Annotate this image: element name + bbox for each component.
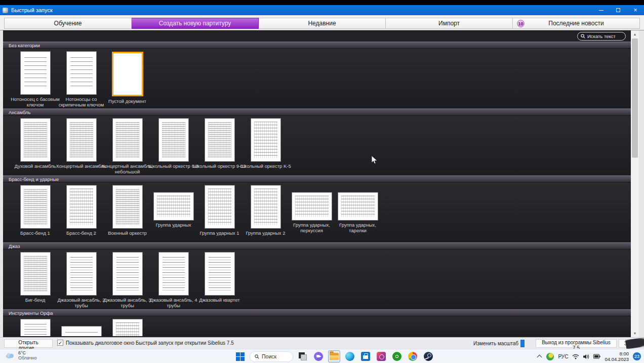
template-thumbnail[interactable]: [21, 252, 50, 295]
template-thumbnail[interactable]: [67, 186, 96, 228]
chrome-icon: [408, 352, 417, 361]
section-items: Брасс-бенд 1Брасс-бенд 2Военный оркестрГ…: [3, 183, 631, 242]
template-thumbnail[interactable]: [251, 186, 280, 228]
template-thumbnail[interactable]: [159, 252, 188, 295]
template-thumbnail[interactable]: [62, 326, 101, 336]
close-icon[interactable]: ×: [627, 5, 644, 15]
maximize-icon[interactable]: [610, 5, 627, 15]
template-label: Школьный оркестр K-5: [239, 163, 293, 169]
edge-browser-app[interactable]: [344, 350, 356, 362]
search-box[interactable]: Искать текст: [577, 32, 626, 41]
section-items: Духовой ансамбльКонцертный ансамбльКонце…: [3, 116, 631, 175]
tab-недавние[interactable]: Недавние: [259, 18, 386, 29]
titlebar: Быстрый запуск ×: [0, 5, 644, 15]
template-thumbnail[interactable]: [67, 252, 96, 295]
notification-badge[interactable]: 23: [633, 352, 641, 360]
window-title: Быстрый запуск: [11, 7, 53, 13]
news-count-badge: 10: [517, 20, 525, 27]
template-item: [58, 319, 104, 336]
scrollbar-up-icon[interactable]: ▲: [631, 30, 639, 38]
antivirus-tray-icon[interactable]: [546, 353, 554, 360]
template-thumbnail[interactable]: [251, 119, 280, 161]
template-thumbnail[interactable]: [21, 319, 50, 336]
battery-icon[interactable]: [593, 354, 600, 359]
template-thumbnail[interactable]: [21, 186, 50, 228]
search-icon: [255, 354, 259, 359]
weather-text: 6°C Облачно: [18, 350, 36, 361]
template-thumbnail[interactable]: [21, 52, 50, 94]
xbox-app[interactable]: [391, 350, 403, 362]
template-thumbnail-selected[interactable]: [112, 52, 143, 96]
template-thumbnail[interactable]: [154, 193, 193, 220]
tab-импорт[interactable]: Импорт: [386, 18, 513, 29]
template-thumbnail[interactable]: [159, 119, 188, 161]
scrollbar-down-icon[interactable]: ▼: [631, 330, 639, 337]
template-thumbnail[interactable]: [67, 119, 96, 161]
scrollbar-thumb[interactable]: [632, 39, 638, 158]
footer-bar: Открыть другие... ✓ Показывать диалогово…: [0, 337, 644, 349]
template-thumbnail[interactable]: [21, 119, 50, 161]
template-thumbnail[interactable]: [205, 119, 234, 161]
open-others-button[interactable]: Открыть другие...: [4, 339, 53, 348]
template-thumbnail[interactable]: [113, 319, 142, 336]
template-thumbnail[interactable]: [205, 186, 234, 228]
template-item: [12, 319, 58, 336]
zoom-slider-handle[interactable]: [520, 340, 525, 347]
template-thumbnail[interactable]: [338, 193, 378, 220]
section-header: Брасс-бенд и ударные: [3, 175, 631, 183]
system-tray: РУС 8:00 04.04.2023 23: [537, 349, 641, 363]
volume-icon[interactable]: [583, 354, 589, 359]
clock[interactable]: 8:00 04.04.2023: [605, 351, 629, 362]
language-indicator[interactable]: РУС: [558, 354, 568, 359]
template-item: Школьный оркестр 9-12: [196, 119, 243, 169]
section: Инструменты Орфа: [3, 309, 631, 336]
section: АнсамбльДуховой ансамбльКонцертный ансам…: [3, 108, 631, 175]
weather-condition: Облачно: [18, 355, 36, 360]
template-label: Группа ударных: [147, 222, 200, 228]
template-label: Пустой документ: [101, 98, 154, 104]
wifi-icon[interactable]: [572, 354, 579, 359]
zoom-scale-label: Изменить масштаб: [473, 341, 518, 346]
task-view-icon: [299, 352, 307, 360]
tab-создать-новую-партитуру[interactable]: Создать новую партитуру: [132, 18, 259, 29]
template-thumbnail[interactable]: [67, 52, 96, 94]
show-dialog-checkbox[interactable]: ✓: [57, 340, 63, 346]
zoom-slider[interactable]: [517, 340, 530, 347]
exit-button[interactable]: Выход из программы Sibelius 7.5: [536, 339, 617, 348]
section-header: Без категории: [3, 42, 631, 49]
chrome-browser-app[interactable]: [407, 350, 419, 362]
weather-widget[interactable]: 6°C Облачно: [5, 350, 36, 361]
media-player-app[interactable]: [375, 350, 387, 362]
template-item: Брасс-бенд 1: [12, 186, 58, 236]
steam-icon: [424, 352, 433, 361]
scrollbar[interactable]: ▲ ▼: [631, 30, 639, 337]
template-thumbnail[interactable]: [292, 193, 332, 220]
screen: Быстрый запуск × ОбучениеСоздать новую п…: [0, 0, 644, 363]
template-thumbnail[interactable]: [113, 119, 142, 161]
template-label: Джазовый квартет: [193, 297, 247, 303]
tab-обучение[interactable]: Обучение: [4, 18, 132, 29]
template-sections: Без категорииНотоносец с басовым ключомН…: [3, 42, 631, 336]
tab-label: Создать новую партитуру: [159, 20, 231, 27]
minimize-icon[interactable]: [592, 5, 610, 15]
template-thumbnail[interactable]: [113, 186, 142, 228]
steam-app[interactable]: [422, 350, 434, 362]
tab-последние-новости[interactable]: Последние новости10: [513, 18, 640, 29]
template-thumbnail[interactable]: [113, 252, 142, 295]
start-button[interactable]: [234, 350, 246, 362]
microsoft-store-app[interactable]: [359, 350, 372, 362]
task-view-button[interactable]: [297, 350, 309, 362]
section: Без категорииНотоносец с басовым ключомН…: [3, 42, 631, 108]
hidden-icons-chevron-icon[interactable]: [537, 354, 542, 359]
cloud-icon: [5, 352, 15, 359]
edge-icon: [345, 352, 354, 361]
template-label: Военный оркестр: [101, 230, 154, 236]
search-icon: [581, 34, 585, 39]
media-player-icon: [377, 352, 386, 361]
template-item: Нотоносцы со скрипичным ключом: [58, 52, 104, 108]
chat-app[interactable]: [312, 350, 325, 362]
template-thumbnail[interactable]: [205, 252, 234, 295]
taskbar-search[interactable]: Поиск: [250, 351, 293, 362]
microsoft-store-icon: [361, 352, 370, 361]
file-explorer-app[interactable]: [328, 350, 340, 362]
